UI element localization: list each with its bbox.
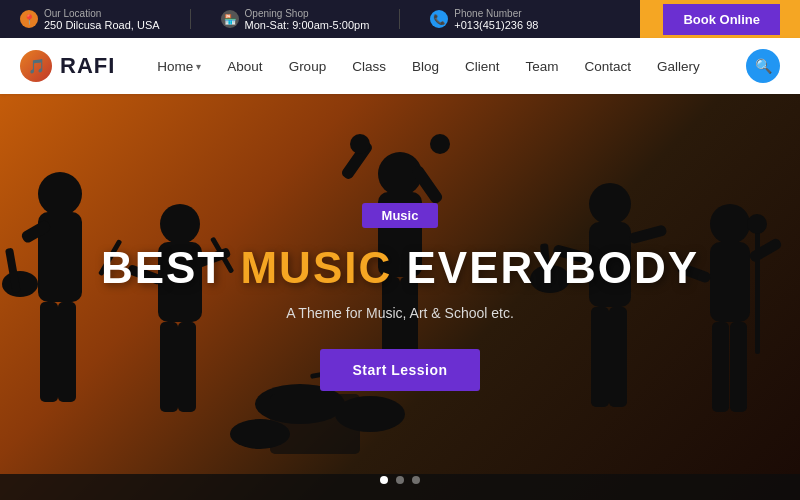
svg-point-20 — [430, 134, 450, 154]
hero-content: Music BEST MUSIC EVERYBODY A Theme for M… — [101, 203, 699, 390]
location-text: Our Location 250 Dilcusa Road, USA — [44, 8, 160, 31]
nav-class[interactable]: Class — [340, 51, 398, 82]
chevron-down-icon: ▾ — [196, 61, 201, 72]
phone-label: Phone Number — [454, 8, 538, 19]
nav-gallery[interactable]: Gallery — [645, 51, 712, 82]
svg-point-38 — [747, 214, 767, 234]
phone-value: +013(451)236 98 — [454, 19, 538, 31]
nav-blog-label: Blog — [412, 59, 439, 74]
top-bar: 📍 Our Location 250 Dilcusa Road, USA 🏪 O… — [0, 0, 800, 38]
slide-dot-3[interactable] — [412, 476, 420, 484]
svg-rect-37 — [755, 224, 760, 354]
top-bar-info: 📍 Our Location 250 Dilcusa Road, USA 🏪 O… — [20, 8, 538, 31]
nav-group[interactable]: Group — [277, 51, 339, 82]
svg-rect-34 — [748, 237, 783, 264]
slider-indicator — [380, 476, 420, 484]
phone-icon: 📞 — [430, 10, 448, 28]
hero-title-part1: BEST — [101, 243, 241, 292]
location-label: Our Location — [44, 8, 160, 19]
slide-dot-1[interactable] — [380, 476, 388, 484]
svg-rect-35 — [712, 322, 729, 412]
nav-links: Home ▾ About Group Class Blog Client Tea… — [145, 51, 746, 82]
svg-rect-3 — [40, 302, 58, 402]
music-note-icon: 🎵 — [28, 58, 45, 74]
divider-1 — [190, 9, 191, 29]
phone-text: Phone Number +013(451)236 98 — [454, 8, 538, 31]
slide-dot-2[interactable] — [396, 476, 404, 484]
nav-gallery-label: Gallery — [657, 59, 700, 74]
hero-subtitle: A Theme for Music, Art & School etc. — [101, 305, 699, 321]
svg-rect-32 — [710, 242, 750, 322]
svg-rect-4 — [58, 302, 76, 402]
shop-icon: 🏪 — [221, 10, 239, 28]
brand-name: RAFI — [60, 53, 115, 79]
nav-contact-label: Contact — [584, 59, 631, 74]
hero-title: BEST MUSIC EVERYBODY — [101, 244, 699, 292]
top-bar-right: Book Online — [663, 4, 780, 35]
nav-about-label: About — [227, 59, 262, 74]
location-value: 250 Dilcusa Road, USA — [44, 19, 160, 31]
hero-section: Music BEST MUSIC EVERYBODY A Theme for M… — [0, 94, 800, 500]
nav-team-label: Team — [525, 59, 558, 74]
hero-title-highlight: MUSIC — [240, 243, 392, 292]
phone-item: 📞 Phone Number +013(451)236 98 — [430, 8, 538, 31]
opening-text: Opening Shop Mon-Sat: 9:00am-5:00pm — [245, 8, 370, 31]
nav-home[interactable]: Home ▾ — [145, 51, 213, 82]
nav-client-label: Client — [465, 59, 500, 74]
book-online-button[interactable]: Book Online — [663, 4, 780, 35]
nav-team[interactable]: Team — [513, 51, 570, 82]
divider-2 — [399, 9, 400, 29]
brand-icon: 🎵 — [20, 50, 52, 82]
nav-home-label: Home — [157, 59, 193, 74]
svg-point-19 — [350, 134, 370, 154]
svg-point-31 — [710, 204, 750, 244]
svg-rect-36 — [730, 322, 747, 412]
opening-label: Opening Shop — [245, 8, 370, 19]
hero-tag: Music — [362, 203, 439, 228]
search-button[interactable]: 🔍 — [746, 49, 780, 83]
brand[interactable]: 🎵 RAFI — [20, 50, 115, 82]
location-icon: 📍 — [20, 10, 38, 28]
nav-contact[interactable]: Contact — [572, 51, 643, 82]
opening-value: Mon-Sat: 9:00am-5:00pm — [245, 19, 370, 31]
search-icon: 🔍 — [755, 58, 772, 74]
start-lesson-button[interactable]: Start Lession — [320, 349, 479, 391]
nav-client[interactable]: Client — [453, 51, 512, 82]
nav-group-label: Group — [289, 59, 327, 74]
opening-item: 🏪 Opening Shop Mon-Sat: 9:00am-5:00pm — [221, 8, 370, 31]
navbar: 🎵 RAFI Home ▾ About Group Class Blog Cli… — [0, 38, 800, 94]
location-item: 📍 Our Location 250 Dilcusa Road, USA — [20, 8, 160, 31]
nav-about[interactable]: About — [215, 51, 274, 82]
nav-blog[interactable]: Blog — [400, 51, 451, 82]
svg-point-5 — [2, 271, 38, 297]
nav-class-label: Class — [352, 59, 386, 74]
hero-title-part2: EVERYBODY — [392, 243, 699, 292]
svg-point-0 — [38, 172, 82, 216]
svg-rect-42 — [270, 394, 360, 454]
